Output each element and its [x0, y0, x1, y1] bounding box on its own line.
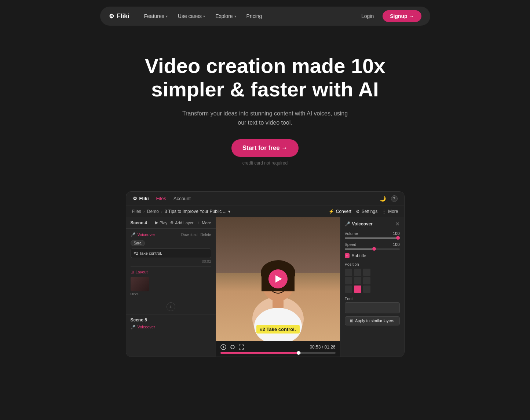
help-button[interactable]: ? — [391, 195, 398, 202]
logo-text: Fliki — [117, 12, 129, 20]
scene5-voiceover: 🎤 Voiceover — [131, 325, 211, 329]
app-mockup: ⚙ Fliki Files Account 🌙 ? Files › Demo — [126, 191, 405, 357]
nav-use-cases[interactable]: Use cases ▾ — [173, 11, 209, 21]
close-settings-button[interactable]: ✕ — [395, 221, 400, 227]
replay-button[interactable] — [230, 345, 235, 350]
font-selector[interactable] — [345, 302, 400, 313]
breadcrumb-separator-2: › — [161, 209, 162, 214]
add-scene-button[interactable]: + — [167, 302, 175, 311]
voiceover-actions: Download Delete — [181, 233, 211, 237]
navbar: ⚙ Fliki Features ▾ Use cases ▾ Explore ▾… — [100, 7, 430, 26]
pos-top-center[interactable] — [354, 269, 361, 276]
pos-top-right[interactable] — [363, 269, 370, 276]
add-layer-button[interactable]: ⊕ Add Layer — [170, 220, 193, 225]
app-topbar-right: 🌙 ? — [380, 195, 398, 202]
video-panel: #2 Take control. — [216, 217, 340, 357]
speed-thumb — [372, 247, 376, 251]
settings-button[interactable]: ⚙ Settings — [356, 209, 377, 214]
speed-label-row: Speed 100 — [345, 242, 400, 247]
tab-files[interactable]: Files — [156, 196, 166, 201]
pos-bot-center[interactable] — [354, 285, 361, 293]
voice-tag[interactable]: Sara — [131, 240, 145, 246]
app-logo: ⚙ Fliki — [133, 196, 149, 201]
logo-icon: ⚙ — [109, 13, 114, 20]
volume-thumb — [396, 236, 400, 240]
voiceover-label: 🎤 Voiceover — [131, 232, 155, 237]
layers-icon: ⊞ — [350, 318, 353, 323]
scene4-actions: ▶ Play ⊕ Add Layer ⋮ More — [155, 220, 211, 225]
chevron-down-icon: ▾ — [203, 14, 205, 18]
video-play-button[interactable] — [220, 344, 226, 350]
font-section: Font — [345, 296, 400, 313]
pos-top-left[interactable] — [345, 269, 352, 276]
logo[interactable]: ⚙ Fliki — [109, 12, 129, 20]
progress-bar[interactable] — [220, 352, 336, 354]
layout-thumbnail[interactable] — [131, 277, 149, 291]
more-dots-icon: ⋮ — [196, 220, 200, 225]
pos-mid-center[interactable] — [354, 277, 361, 284]
pos-mid-left[interactable] — [345, 277, 352, 284]
login-button[interactable]: Login — [357, 11, 378, 21]
chevron-down-icon: ▾ — [228, 209, 230, 214]
position-label: Position — [345, 262, 400, 266]
breadcrumb: Files › Demo › 3 Tips to Improve Your Pu… — [132, 209, 230, 214]
volume-slider[interactable] — [345, 237, 400, 239]
scene4-title: Scene 4 — [131, 220, 147, 225]
pos-bot-right[interactable] — [363, 285, 370, 293]
scene5-block: Scene 5 🎤 Voiceover — [126, 314, 216, 332]
layout-time: 00:21 — [131, 292, 139, 296]
dark-mode-button[interactable]: 🌙 — [380, 196, 386, 202]
progress-segment — [300, 352, 301, 354]
play-button[interactable]: ▶ Play — [155, 220, 167, 225]
download-link[interactable]: Download — [181, 233, 197, 237]
mic-icon-scene5: 🎤 — [131, 325, 136, 329]
convert-icon: ⚡ — [329, 209, 334, 214]
convert-button[interactable]: ⚡ Convert — [329, 209, 351, 214]
settings-icon: ⚙ — [356, 209, 360, 214]
script-time: 00:02 — [131, 259, 211, 264]
scene4-header: Scene 4 ▶ Play ⊕ Add Layer ⋮ More — [126, 217, 216, 229]
layout-icon: ⊞ — [131, 270, 134, 275]
speed-value: 100 — [393, 242, 399, 247]
nav-pricing[interactable]: Pricing — [242, 11, 267, 21]
script-box[interactable]: #2 Take control. — [131, 248, 211, 258]
nav-explore[interactable]: Explore ▾ — [211, 11, 240, 21]
pos-mid-right[interactable] — [363, 277, 370, 284]
signup-button[interactable]: Signup → — [383, 10, 421, 22]
nav-links: Features ▾ Use cases ▾ Explore ▾ Pricing — [140, 11, 267, 21]
moon-icon: 🌙 — [380, 196, 386, 202]
position-grid — [345, 269, 371, 293]
play-overlay-button[interactable] — [268, 269, 288, 288]
hero-section: Video creation made 10x simpler & faster… — [0, 32, 530, 177]
hero-title: Video creation made 10x simpler & faster… — [137, 54, 394, 102]
fullscreen-button[interactable] — [239, 345, 244, 350]
scene-more-button[interactable]: ⋮ More — [196, 220, 211, 225]
start-free-button[interactable]: Start for free → — [231, 139, 299, 157]
video-frame: #2 Take control. — [216, 217, 340, 341]
play-triangle-icon — [275, 275, 282, 283]
breadcrumb-files[interactable]: Files — [132, 209, 141, 214]
delete-link[interactable]: Delete — [201, 233, 211, 237]
nav-features[interactable]: Features ▾ — [140, 11, 172, 21]
breadcrumb-current[interactable]: 3 Tips to Improve Your Public ... ▾ — [165, 209, 230, 214]
more-button[interactable]: ⋮ More — [382, 209, 398, 214]
subtitle-checkbox[interactable]: ✓ — [345, 253, 350, 258]
layout-label: ⊞ Layout — [131, 270, 211, 275]
subtitle-label: Subtitle — [352, 253, 366, 258]
apply-to-similar-button[interactable]: ⊞ Apply to similar layers — [345, 316, 400, 325]
volume-setting: Volume 100 — [345, 231, 400, 239]
volume-fill — [345, 237, 400, 239]
time-display: 00:53 / 01:26 — [310, 345, 335, 350]
help-icon: ? — [391, 195, 398, 202]
layout-section: ⊞ Layout 00:21 — [131, 266, 211, 296]
tab-account[interactable]: Account — [173, 196, 191, 201]
scene5-title: Scene 5 — [131, 317, 211, 323]
settings-panel: 🎤 Voiceover ✕ Volume 100 — [340, 217, 404, 357]
settings-title: 🎤 Voiceover — [345, 221, 373, 226]
svg-rect-5 — [273, 299, 284, 308]
speed-slider[interactable] — [345, 248, 400, 250]
video-controls: 00:53 / 01:26 — [216, 341, 340, 357]
chevron-down-icon: ▾ — [234, 14, 236, 18]
pos-bot-left[interactable] — [345, 285, 352, 293]
breadcrumb-demo[interactable]: Demo — [147, 209, 159, 214]
